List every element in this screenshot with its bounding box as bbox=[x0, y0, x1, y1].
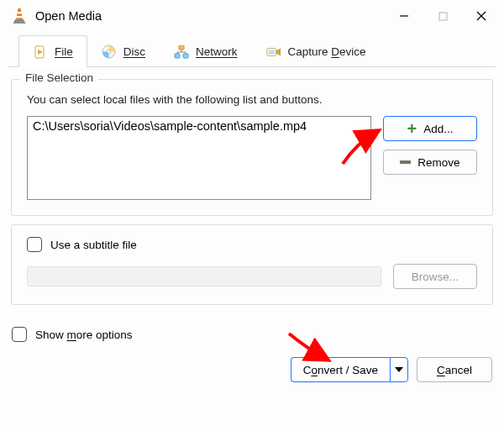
tab-label: Network bbox=[196, 45, 238, 58]
svg-rect-1 bbox=[17, 12, 22, 13]
svg-marker-0 bbox=[16, 8, 23, 20]
cancel-button[interactable]: Cancel bbox=[417, 357, 492, 382]
svg-rect-16 bbox=[268, 50, 274, 54]
svg-point-11 bbox=[108, 50, 111, 54]
browse-button: Browse... bbox=[393, 264, 477, 289]
svg-marker-17 bbox=[276, 48, 280, 55]
tabs: File Disc Networ bbox=[8, 34, 496, 67]
button-label: Convert / Save bbox=[303, 364, 378, 376]
button-label: Remove bbox=[417, 156, 459, 169]
svg-rect-12 bbox=[179, 45, 184, 50]
tab-network[interactable]: Network bbox=[160, 35, 252, 67]
tab-label: File bbox=[55, 45, 73, 58]
svg-marker-3 bbox=[13, 19, 26, 24]
tab-file[interactable]: File bbox=[18, 35, 87, 67]
svg-rect-13 bbox=[175, 54, 180, 58]
svg-rect-14 bbox=[183, 54, 188, 58]
tab-label: Capture Device bbox=[288, 45, 366, 58]
vlc-icon bbox=[12, 8, 27, 24]
svg-rect-2 bbox=[16, 16, 23, 18]
capture-icon bbox=[266, 45, 281, 60]
file-icon bbox=[33, 45, 48, 60]
group-legend: File Selection bbox=[20, 71, 98, 84]
convert-save-button[interactable]: Convert / Save bbox=[291, 357, 390, 382]
minus-icon bbox=[400, 160, 411, 164]
title-bar: Open Media bbox=[0, 0, 504, 32]
minimize-button[interactable] bbox=[385, 0, 423, 32]
button-label: Browse... bbox=[412, 271, 459, 283]
help-text: You can select local files with the foll… bbox=[27, 93, 477, 106]
plus-icon: + bbox=[407, 120, 417, 137]
maximize-button[interactable] bbox=[423, 0, 462, 32]
tab-disc[interactable]: Disc bbox=[87, 35, 160, 67]
add-button[interactable]: + Add... bbox=[383, 116, 477, 141]
button-label: Add... bbox=[423, 123, 453, 135]
checkbox-label: Use a subtitle file bbox=[50, 239, 137, 251]
network-icon bbox=[174, 45, 189, 60]
convert-save-dropdown[interactable] bbox=[390, 357, 408, 382]
file-list[interactable]: C:\Users\soria\Videos\sample-content\sam… bbox=[27, 116, 371, 200]
checkbox-label: Show more options bbox=[35, 329, 133, 341]
file-selection-group: File Selection You can select local file… bbox=[11, 79, 493, 216]
disc-icon bbox=[102, 45, 117, 60]
use-subtitle-checkbox[interactable] bbox=[27, 237, 42, 252]
chevron-down-icon bbox=[395, 367, 403, 372]
show-more-options-checkbox[interactable] bbox=[12, 327, 27, 342]
remove-button[interactable]: Remove bbox=[383, 150, 477, 175]
file-list-item[interactable]: C:\Users\soria\Videos\sample-content\sam… bbox=[33, 119, 365, 133]
subtitle-group: Use a subtitle file Browse... bbox=[11, 224, 493, 305]
button-label: Cancel bbox=[437, 364, 472, 376]
window-title: Open Media bbox=[35, 9, 385, 23]
svg-rect-5 bbox=[439, 13, 447, 20]
subtitle-path-input bbox=[27, 266, 381, 286]
close-button[interactable] bbox=[462, 0, 501, 32]
tab-label: Disc bbox=[123, 45, 145, 58]
convert-save-splitbutton[interactable]: Convert / Save bbox=[291, 357, 408, 382]
tab-capture[interactable]: Capture Device bbox=[252, 35, 381, 67]
